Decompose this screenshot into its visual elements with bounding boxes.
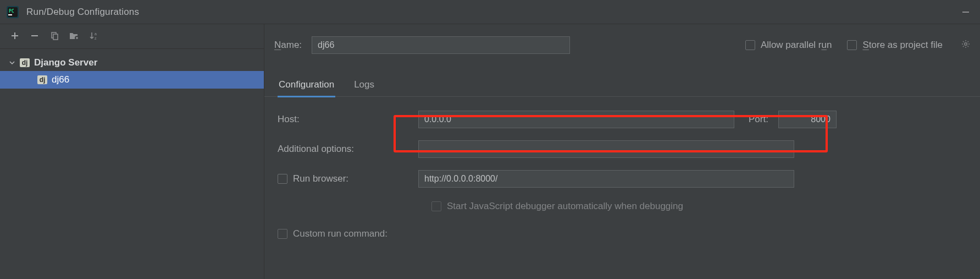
svg-point-9 bbox=[965, 42, 967, 45]
svg-text:PC: PC bbox=[9, 9, 14, 14]
run-browser-label: Run browser: bbox=[293, 173, 348, 184]
tree-node-django-server[interactable]: dj Django Server bbox=[0, 54, 264, 71]
custom-run-row: Custom run command: bbox=[278, 219, 966, 249]
tree-node-label: dj66 bbox=[52, 74, 69, 85]
minimize-button[interactable] bbox=[958, 4, 973, 20]
title-bar: PC Run/Debug Configurations bbox=[0, 0, 980, 24]
additional-options-label: Additional options: bbox=[278, 144, 418, 155]
django-icon: dj bbox=[37, 75, 47, 84]
start-js-row: Start JavaScript debugger automatically … bbox=[278, 194, 966, 219]
svg-rect-3 bbox=[8, 14, 12, 15]
sidebar: az dj Django Server dj dj66 bbox=[0, 24, 264, 279]
copy-icon[interactable] bbox=[48, 30, 60, 42]
svg-rect-5 bbox=[53, 34, 58, 40]
config-tree: dj Django Server dj dj66 bbox=[0, 52, 264, 89]
run-browser-row: Run browser: bbox=[278, 164, 966, 194]
tab-logs[interactable]: Logs bbox=[353, 75, 375, 96]
allow-parallel-label: Allow parallel run bbox=[761, 40, 832, 51]
run-browser-input[interactable] bbox=[418, 170, 794, 188]
tabs: Configuration Logs bbox=[264, 64, 980, 97]
port-input[interactable] bbox=[778, 111, 837, 128]
svg-text:z: z bbox=[95, 36, 97, 40]
tree-node-dj66[interactable]: dj dj66 bbox=[0, 71, 264, 89]
save-template-icon[interactable] bbox=[68, 30, 80, 42]
django-icon: dj bbox=[20, 58, 30, 67]
checkbox-icon bbox=[745, 40, 755, 50]
custom-run-checkbox[interactable] bbox=[278, 229, 287, 239]
checkbox-icon bbox=[847, 40, 857, 50]
sort-alpha-icon[interactable]: az bbox=[88, 30, 100, 42]
remove-icon[interactable] bbox=[29, 30, 41, 42]
run-browser-checkbox[interactable] bbox=[278, 174, 287, 184]
tab-configuration[interactable]: Configuration bbox=[278, 75, 335, 97]
gear-icon[interactable] bbox=[961, 40, 970, 51]
toolbar: az bbox=[0, 24, 264, 47]
host-row: Host: Port: bbox=[278, 105, 966, 134]
name-label: Name: bbox=[274, 40, 302, 51]
window-title: Run/Debug Configurations bbox=[26, 7, 139, 18]
svg-text:a: a bbox=[95, 32, 97, 36]
store-project-file-label: Store as project file bbox=[862, 40, 943, 51]
host-label: Host: bbox=[278, 114, 418, 125]
store-project-file-checkbox[interactable]: Store as project file bbox=[847, 40, 943, 51]
pycharm-app-icon: PC bbox=[7, 6, 19, 18]
add-icon[interactable] bbox=[9, 30, 21, 42]
chevron-down-icon bbox=[9, 59, 15, 66]
start-js-checkbox[interactable] bbox=[431, 201, 441, 211]
start-js-label: Start JavaScript debugger automatically … bbox=[447, 201, 683, 212]
additional-options-input[interactable] bbox=[418, 140, 794, 158]
name-input[interactable] bbox=[312, 36, 570, 54]
config-content: Name: Allow parallel run Store as projec… bbox=[264, 24, 980, 279]
port-label: Port: bbox=[749, 114, 768, 125]
custom-run-label: Custom run command: bbox=[293, 228, 387, 239]
tree-node-label: Django Server bbox=[34, 57, 97, 68]
allow-parallel-checkbox[interactable]: Allow parallel run bbox=[745, 40, 832, 51]
divider bbox=[0, 48, 264, 49]
additional-options-row: Additional options: bbox=[278, 134, 966, 164]
host-input[interactable] bbox=[418, 111, 734, 128]
